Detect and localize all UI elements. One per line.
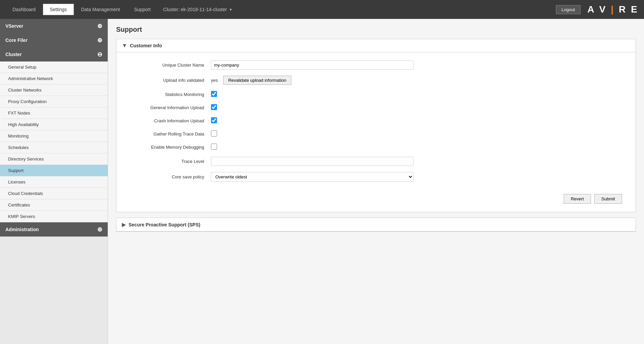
customer-info-panel: ▼ Customer Info Unique Cluster Name Uplo… <box>116 39 636 212</box>
statistics-monitoring-control <box>211 91 413 98</box>
sidebar-section-vserver-label: VServer <box>5 23 23 29</box>
sidebar-section-administration-label: Administration <box>5 227 39 232</box>
logout-button[interactable]: Logout <box>556 5 581 14</box>
sidebar-item-high-availability[interactable]: High Availability <box>0 119 108 130</box>
core-save-policy-row: Core save policy Overwrite oldest Keep n… <box>130 172 622 182</box>
general-info-upload-label: General Information Upload <box>130 105 211 110</box>
sidebar-item-licenses[interactable]: Licenses <box>0 176 108 188</box>
sidebar-section-vserver[interactable]: VServer ⊕ <box>0 19 108 33</box>
sidebar-item-certificates[interactable]: Certificates <box>0 199 108 211</box>
enable-memory-debugging-control <box>211 144 413 151</box>
cluster-selector[interactable]: Cluster: ek-2018-11-14-cluster ▼ <box>163 7 232 12</box>
vserver-expand-icon: ⊕ <box>97 22 102 30</box>
trace-level-control <box>211 157 413 166</box>
trace-level-input[interactable] <box>211 157 413 166</box>
main-content: Support ▼ Customer Info Unique Cluster N… <box>108 19 644 344</box>
top-right-area: Logout A V | R E <box>556 4 639 15</box>
submit-button[interactable]: Submit <box>594 194 622 204</box>
sidebar-section-cluster-label: Cluster <box>5 52 22 57</box>
main-layout: VServer ⊕ Core Filer ⊕ Cluster ⊖ General… <box>0 19 644 344</box>
customer-info-panel-title: Customer Info <box>130 43 162 48</box>
gather-rolling-trace-checkbox[interactable] <box>211 130 217 137</box>
crash-info-upload-control <box>211 117 413 124</box>
trace-level-row: Trace Level <box>130 157 622 166</box>
sidebar-item-general-setup[interactable]: General Setup <box>0 62 108 73</box>
upload-info-label: Upload info validated <box>130 78 211 83</box>
core-save-policy-select[interactable]: Overwrite oldest Keep newest Never overw… <box>211 172 413 182</box>
page-title: Support <box>116 26 636 33</box>
crash-info-upload-label: Crash Information Upload <box>130 118 211 123</box>
top-navigation: Dashboard Settings Data Management Suppo… <box>5 4 232 15</box>
customer-info-toggle-icon: ▼ <box>122 43 127 49</box>
administration-expand-icon: ⊕ <box>97 226 102 233</box>
avere-logo: A V | R E <box>587 4 639 15</box>
core-save-policy-label: Core save policy <box>130 174 211 179</box>
sps-toggle-icon: ▶ <box>122 221 126 228</box>
statistics-monitoring-row: Statistics Monitoring <box>130 91 622 98</box>
core-filer-expand-icon: ⊕ <box>97 36 102 44</box>
sidebar-item-monitoring[interactable]: Monitoring <box>0 130 108 142</box>
sps-panel-header[interactable]: ▶ Secure Proactive Support (SPS) <box>116 218 636 231</box>
sidebar-item-schedules[interactable]: Schedules <box>0 142 108 153</box>
upload-info-control: yes Revalidate upload information <box>211 76 413 85</box>
crash-info-upload-row: Crash Information Upload <box>130 117 622 124</box>
sps-panel-title: Secure Proactive Support (SPS) <box>129 222 200 227</box>
upload-info-row-inner: yes Revalidate upload information <box>211 76 413 85</box>
tab-support[interactable]: Support <box>127 4 158 15</box>
cluster-label: Cluster: ek-2018-11-14-cluster <box>163 7 227 12</box>
statistics-monitoring-label: Statistics Monitoring <box>130 92 211 97</box>
unique-cluster-name-input[interactable] <box>211 60 413 70</box>
sidebar-section-administration[interactable]: Administration ⊕ <box>0 222 108 237</box>
tab-dashboard[interactable]: Dashboard <box>5 4 43 15</box>
sidebar-item-kmip-servers[interactable]: KMIP Servers <box>0 211 108 222</box>
general-info-upload-row: General Information Upload <box>130 104 622 111</box>
upload-info-status: yes <box>211 78 218 83</box>
sidebar-section-core-filer-label: Core Filer <box>5 38 27 43</box>
general-info-upload-control <box>211 104 413 111</box>
sidebar-item-fxt-nodes[interactable]: FXT Nodes <box>0 107 108 119</box>
general-info-upload-checkbox[interactable] <box>211 104 217 110</box>
tab-settings[interactable]: Settings <box>43 4 74 15</box>
unique-cluster-name-row: Unique Cluster Name <box>130 60 622 70</box>
trace-level-label: Trace Level <box>130 159 211 164</box>
upload-info-validated-row: Upload info validated yes Revalidate upl… <box>130 76 622 85</box>
revert-button[interactable]: Revert <box>564 194 591 204</box>
enable-memory-debugging-label: Enable Memory Debugging <box>130 145 211 150</box>
customer-info-panel-body: Unique Cluster Name Upload info validate… <box>116 52 636 212</box>
sidebar-item-proxy-configuration[interactable]: Proxy Configuration <box>0 96 108 107</box>
sidebar-section-core-filer[interactable]: Core Filer ⊕ <box>0 33 108 47</box>
cluster-collapse-icon: ⊖ <box>97 51 102 58</box>
statistics-monitoring-checkbox[interactable] <box>211 91 217 97</box>
sidebar-item-cloud-credentials[interactable]: Cloud Credentials <box>0 188 108 199</box>
crash-info-upload-checkbox[interactable] <box>211 117 217 123</box>
top-bar: Dashboard Settings Data Management Suppo… <box>0 0 644 19</box>
sidebar-item-administrative-network[interactable]: Administrative Network <box>0 73 108 84</box>
cluster-dropdown-arrow: ▼ <box>229 8 232 11</box>
sidebar-item-cluster-networks[interactable]: Cluster Networks <box>0 84 108 96</box>
revalidate-button[interactable]: Revalidate upload information <box>223 76 291 85</box>
sidebar-item-directory-services[interactable]: Directory Services <box>0 153 108 165</box>
sidebar: VServer ⊕ Core Filer ⊕ Cluster ⊖ General… <box>0 19 108 344</box>
tab-data-management[interactable]: Data Management <box>74 4 127 15</box>
gather-rolling-trace-label: Gather Rolling Trace Data <box>130 131 211 137</box>
enable-memory-debugging-row: Enable Memory Debugging <box>130 144 622 151</box>
sidebar-item-support[interactable]: Support <box>0 165 108 176</box>
enable-memory-debugging-checkbox[interactable] <box>211 144 217 150</box>
unique-cluster-name-label: Unique Cluster Name <box>130 63 211 68</box>
customer-info-panel-header[interactable]: ▼ Customer Info <box>116 39 636 52</box>
core-save-policy-control: Overwrite oldest Keep newest Never overw… <box>211 172 413 182</box>
sidebar-section-cluster[interactable]: Cluster ⊖ <box>0 47 108 62</box>
form-actions: Revert Submit <box>130 190 622 204</box>
gather-rolling-trace-control <box>211 130 413 138</box>
gather-rolling-trace-row: Gather Rolling Trace Data <box>130 130 622 138</box>
unique-cluster-name-control <box>211 60 413 70</box>
sps-panel: ▶ Secure Proactive Support (SPS) <box>116 218 636 232</box>
